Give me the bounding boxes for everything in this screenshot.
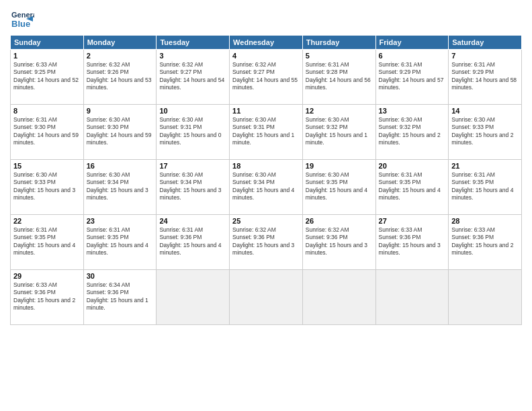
day-number: 14 — [451, 107, 519, 115]
table-row: 11 Sunrise: 6:30 AMSunset: 9:31 PMDaylig… — [230, 105, 303, 160]
table-row: 28 Sunrise: 6:33 AMSunset: 9:36 PMDaylig… — [449, 215, 522, 270]
day-info: Sunrise: 6:32 AMSunset: 9:27 PMDaylight:… — [159, 61, 224, 91]
table-row: 19 Sunrise: 6:30 AMSunset: 9:35 PMDaylig… — [302, 160, 375, 215]
day-info: Sunrise: 6:31 AMSunset: 9:29 PMDaylight:… — [379, 61, 444, 91]
table-row: 7 Sunrise: 6:31 AMSunset: 9:29 PMDayligh… — [449, 50, 522, 105]
day-header-tuesday: Tuesday — [157, 36, 230, 50]
table-row — [302, 270, 375, 325]
day-info: Sunrise: 6:31 AMSunset: 9:35 PMDaylight:… — [13, 226, 75, 256]
day-number: 3 — [159, 52, 226, 60]
day-number: 11 — [232, 107, 300, 115]
day-info: Sunrise: 6:32 AMSunset: 9:36 PMDaylight:… — [306, 226, 367, 256]
day-number: 17 — [159, 162, 226, 170]
day-number: 30 — [87, 272, 154, 280]
table-row: 12 Sunrise: 6:30 AMSunset: 9:32 PMDaylig… — [302, 105, 375, 160]
table-row: 17 Sunrise: 6:30 AMSunset: 9:34 PMDaylig… — [157, 160, 230, 215]
logo: General Blue — [10, 7, 34, 31]
day-number: 5 — [306, 52, 373, 60]
day-info: Sunrise: 6:31 AMSunset: 9:36 PMDaylight:… — [159, 226, 221, 256]
calendar-page: General Blue SundayMondayTuesdayWednesda… — [0, 0, 532, 411]
day-number: 18 — [232, 162, 300, 170]
table-row: 23 Sunrise: 6:31 AMSunset: 9:35 PMDaylig… — [83, 215, 157, 270]
day-number: 7 — [451, 52, 519, 60]
day-number: 21 — [451, 162, 519, 170]
table-row: 26 Sunrise: 6:32 AMSunset: 9:36 PMDaylig… — [302, 215, 375, 270]
table-row: 5 Sunrise: 6:31 AMSunset: 9:28 PMDayligh… — [302, 50, 375, 105]
day-info: Sunrise: 6:33 AMSunset: 9:36 PMDaylight:… — [379, 226, 441, 256]
day-info: Sunrise: 6:32 AMSunset: 9:36 PMDaylight:… — [232, 226, 294, 256]
day-number: 19 — [306, 162, 373, 170]
day-info: Sunrise: 6:32 AMSunset: 9:26 PMDaylight:… — [87, 61, 152, 91]
day-info: Sunrise: 6:33 AMSunset: 9:36 PMDaylight:… — [13, 281, 75, 311]
table-row: 8 Sunrise: 6:31 AMSunset: 9:30 PMDayligh… — [11, 105, 84, 160]
day-number: 23 — [87, 217, 154, 225]
table-row: 10 Sunrise: 6:30 AMSunset: 9:31 PMDaylig… — [157, 105, 230, 160]
day-info: Sunrise: 6:34 AMSunset: 9:36 PMDaylight:… — [87, 281, 148, 311]
day-number: 6 — [379, 52, 446, 60]
table-row: 2 Sunrise: 6:32 AMSunset: 9:26 PMDayligh… — [83, 50, 157, 105]
table-row — [449, 270, 522, 325]
day-number: 8 — [13, 107, 81, 115]
day-info: Sunrise: 6:30 AMSunset: 9:31 PMDaylight:… — [159, 116, 221, 146]
table-row: 29 Sunrise: 6:33 AMSunset: 9:36 PMDaylig… — [11, 270, 84, 325]
day-number: 2 — [87, 52, 154, 60]
table-row: 14 Sunrise: 6:30 AMSunset: 9:33 PMDaylig… — [449, 105, 522, 160]
day-info: Sunrise: 6:31 AMSunset: 9:35 PMDaylight:… — [451, 171, 513, 201]
svg-text:Blue: Blue — [11, 19, 30, 29]
day-number: 4 — [232, 52, 300, 60]
day-info: Sunrise: 6:30 AMSunset: 9:34 PMDaylight:… — [232, 171, 294, 201]
day-number: 16 — [87, 162, 154, 170]
table-row: 13 Sunrise: 6:30 AMSunset: 9:32 PMDaylig… — [375, 105, 449, 160]
day-info: Sunrise: 6:31 AMSunset: 9:30 PMDaylight:… — [13, 116, 79, 146]
table-row: 9 Sunrise: 6:30 AMSunset: 9:30 PMDayligh… — [83, 105, 157, 160]
day-number: 13 — [379, 107, 446, 115]
day-number: 9 — [87, 107, 154, 115]
day-number: 25 — [232, 217, 300, 225]
day-number: 10 — [159, 107, 226, 115]
day-number: 29 — [13, 272, 81, 280]
table-row: 24 Sunrise: 6:31 AMSunset: 9:36 PMDaylig… — [157, 215, 230, 270]
header: General Blue — [10, 7, 522, 31]
table-row: 1 Sunrise: 6:33 AMSunset: 9:25 PMDayligh… — [11, 50, 84, 105]
table-row: 20 Sunrise: 6:31 AMSunset: 9:35 PMDaylig… — [375, 160, 449, 215]
day-number: 27 — [379, 217, 446, 225]
table-row — [230, 270, 303, 325]
table-row — [375, 270, 449, 325]
table-row: 18 Sunrise: 6:30 AMSunset: 9:34 PMDaylig… — [230, 160, 303, 215]
day-header-monday: Monday — [83, 36, 157, 50]
day-number: 1 — [13, 52, 81, 60]
day-header-friday: Friday — [375, 36, 449, 50]
table-row: 27 Sunrise: 6:33 AMSunset: 9:36 PMDaylig… — [375, 215, 449, 270]
day-header-wednesday: Wednesday — [230, 36, 303, 50]
logo-svg: General Blue — [10, 7, 34, 31]
day-header-sunday: Sunday — [11, 36, 84, 50]
day-info: Sunrise: 6:30 AMSunset: 9:32 PMDaylight:… — [379, 116, 441, 146]
table-row: 30 Sunrise: 6:34 AMSunset: 9:36 PMDaylig… — [83, 270, 157, 325]
day-number: 15 — [13, 162, 81, 170]
table-row: 25 Sunrise: 6:32 AMSunset: 9:36 PMDaylig… — [230, 215, 303, 270]
day-number: 12 — [306, 107, 373, 115]
day-info: Sunrise: 6:30 AMSunset: 9:34 PMDaylight:… — [87, 171, 148, 201]
day-info: Sunrise: 6:30 AMSunset: 9:31 PMDaylight:… — [232, 116, 294, 146]
table-row: 22 Sunrise: 6:31 AMSunset: 9:35 PMDaylig… — [11, 215, 84, 270]
day-number: 20 — [379, 162, 446, 170]
day-info: Sunrise: 6:31 AMSunset: 9:35 PMDaylight:… — [379, 171, 441, 201]
table-row: 15 Sunrise: 6:30 AMSunset: 9:33 PMDaylig… — [11, 160, 84, 215]
day-info: Sunrise: 6:30 AMSunset: 9:33 PMDaylight:… — [13, 171, 75, 201]
day-info: Sunrise: 6:33 AMSunset: 9:25 PMDaylight:… — [13, 61, 79, 91]
day-info: Sunrise: 6:31 AMSunset: 9:35 PMDaylight:… — [87, 226, 148, 256]
day-info: Sunrise: 6:31 AMSunset: 9:28 PMDaylight:… — [306, 61, 371, 91]
day-info: Sunrise: 6:30 AMSunset: 9:35 PMDaylight:… — [306, 171, 367, 201]
table-row — [157, 270, 230, 325]
day-number: 28 — [451, 217, 519, 225]
day-header-saturday: Saturday — [449, 36, 522, 50]
day-info: Sunrise: 6:30 AMSunset: 9:30 PMDaylight:… — [87, 116, 152, 146]
day-info: Sunrise: 6:31 AMSunset: 9:29 PMDaylight:… — [451, 61, 517, 91]
day-info: Sunrise: 6:30 AMSunset: 9:32 PMDaylight:… — [306, 116, 367, 146]
table-row: 16 Sunrise: 6:30 AMSunset: 9:34 PMDaylig… — [83, 160, 157, 215]
calendar-table: SundayMondayTuesdayWednesdayThursdayFrid… — [10, 35, 522, 325]
table-row: 6 Sunrise: 6:31 AMSunset: 9:29 PMDayligh… — [375, 50, 449, 105]
day-number: 22 — [13, 217, 81, 225]
table-row: 4 Sunrise: 6:32 AMSunset: 9:27 PMDayligh… — [230, 50, 303, 105]
day-number: 26 — [306, 217, 373, 225]
